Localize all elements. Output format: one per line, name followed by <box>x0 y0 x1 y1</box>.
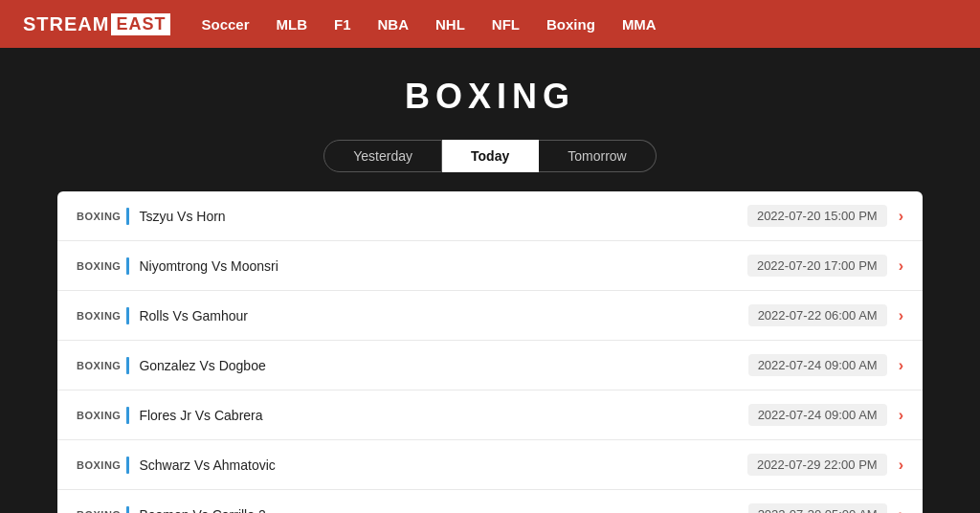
nav-item-soccer[interactable]: Soccer <box>201 16 249 33</box>
sport-label: BOXING <box>77 260 121 272</box>
match-row[interactable]: BOXING Tszyu Vs Horn 2022-07-20 15:00 PM… <box>57 191 923 241</box>
match-row[interactable]: BOXING Flores Jr Vs Cabrera 2022-07-24 0… <box>57 390 923 440</box>
match-name: Niyomtrong Vs Moonsri <box>139 258 747 274</box>
sport-label: BOXING <box>77 211 121 222</box>
nav-item-nfl[interactable]: NFL <box>492 16 520 33</box>
match-row[interactable]: BOXING Rolls Vs Gamhour 2022-07-22 06:00… <box>57 291 923 341</box>
chevron-right-icon: › <box>899 307 903 324</box>
sport-indicator <box>126 407 129 424</box>
match-list-container: BOXING Tszyu Vs Horn 2022-07-20 15:00 PM… <box>57 191 923 513</box>
sport-label: BOXING <box>77 410 121 421</box>
header: STREAM EAST SoccerMLBF1NBANHLNFLBoxingMM… <box>0 0 980 48</box>
nav-item-f1[interactable]: F1 <box>334 16 351 33</box>
nav-item-mlb[interactable]: MLB <box>277 16 308 33</box>
match-date: 2022-07-22 06:00 AM <box>748 304 887 326</box>
chevron-right-icon: › <box>899 506 903 514</box>
tab-yesterday[interactable]: Yesterday <box>323 140 442 172</box>
match-name: Rolls Vs Gamhour <box>139 308 747 323</box>
chevron-right-icon: › <box>899 257 903 275</box>
match-name: Gonzalez Vs Dogboe <box>139 358 747 373</box>
sport-indicator <box>126 257 129 275</box>
page-body: BOXING YesterdayTodayTomorrow BOXING Tsz… <box>0 48 980 513</box>
match-row[interactable]: BOXING Gonzalez Vs Dogboe 2022-07-24 09:… <box>57 341 923 390</box>
page-title: BOXING <box>0 77 980 117</box>
date-tabs: YesterdayTodayTomorrow <box>0 140 980 172</box>
sport-label: BOXING <box>77 310 121 322</box>
tab-tomorrow[interactable]: Tomorrow <box>539 140 656 172</box>
match-name: Tszyu Vs Horn <box>139 209 747 224</box>
sport-indicator <box>126 506 129 514</box>
match-name: Beamon Vs Carrillo 2 <box>139 507 747 514</box>
match-date: 2022-07-20 15:00 PM <box>747 205 887 227</box>
sport-label: BOXING <box>77 509 121 514</box>
match-name: Schwarz Vs Ahmatovic <box>139 457 747 473</box>
match-date: 2022-07-30 05:00 AM <box>748 503 887 513</box>
nav-item-boxing[interactable]: Boxing <box>546 16 595 33</box>
match-row[interactable]: BOXING Beamon Vs Carrillo 2 2022-07-30 0… <box>57 490 923 513</box>
match-name: Flores Jr Vs Cabrera <box>139 408 747 423</box>
match-date: 2022-07-29 22:00 PM <box>747 454 887 476</box>
nav-item-nba[interactable]: NBA <box>378 16 410 33</box>
sport-indicator <box>126 307 129 324</box>
sport-indicator <box>126 457 129 474</box>
match-row[interactable]: BOXING Schwarz Vs Ahmatovic 2022-07-29 2… <box>57 440 923 490</box>
chevron-right-icon: › <box>899 407 903 424</box>
tab-today[interactable]: Today <box>442 140 539 172</box>
logo[interactable]: STREAM EAST <box>23 13 170 35</box>
sport-label: BOXING <box>77 360 121 371</box>
chevron-right-icon: › <box>899 457 903 474</box>
main-nav: SoccerMLBF1NBANHLNFLBoxingMMA <box>201 16 656 33</box>
sport-label: BOXING <box>77 459 121 471</box>
match-date: 2022-07-24 09:00 AM <box>748 404 887 426</box>
sport-indicator <box>126 208 129 225</box>
nav-item-nhl[interactable]: NHL <box>435 16 465 33</box>
match-row[interactable]: BOXING Niyomtrong Vs Moonsri 2022-07-20 … <box>57 241 923 291</box>
chevron-right-icon: › <box>899 208 903 225</box>
match-date: 2022-07-20 17:00 PM <box>747 255 887 277</box>
chevron-right-icon: › <box>899 357 903 374</box>
logo-east: EAST <box>111 13 170 35</box>
nav-item-mma[interactable]: MMA <box>622 16 657 33</box>
match-date: 2022-07-24 09:00 AM <box>748 354 887 376</box>
logo-stream: STREAM <box>23 13 109 35</box>
sport-indicator <box>126 357 129 374</box>
